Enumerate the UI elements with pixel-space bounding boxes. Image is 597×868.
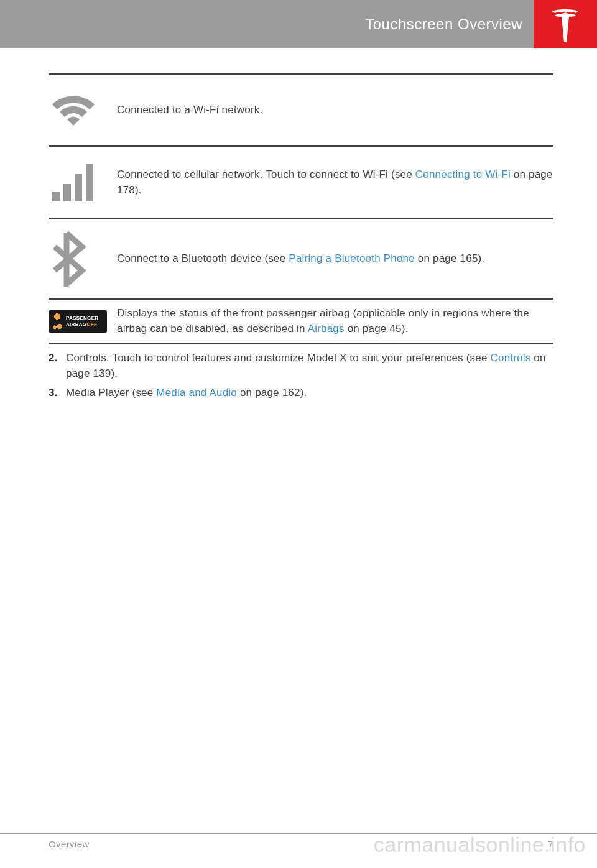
bluetooth-text-pre: Connect to a Bluetooth device (see [117, 252, 289, 264]
airbag-text-post: on page 45). [345, 323, 409, 335]
link-connecting-wifi[interactable]: Connecting to Wi-Fi [415, 169, 511, 180]
bluetooth-icon [49, 231, 117, 287]
row-wifi: Connected to a Wi-Fi network. [49, 73, 553, 145]
svg-rect-3 [86, 164, 93, 201]
page: Touchscreen Overview Connected to a Wi-F… [0, 0, 597, 868]
row-bluetooth: Connect to a Bluetooth device (see Pairi… [49, 218, 553, 298]
link-media-audio[interactable]: Media and Audio [156, 387, 237, 399]
link-pairing-bluetooth[interactable]: Pairing a Bluetooth Phone [289, 252, 415, 264]
tesla-logo [534, 0, 597, 48]
footer-section: Overview [49, 839, 90, 849]
airbag-badge-icon: PASSENGER AIRBAGOFF [49, 310, 117, 333]
header-bar: Touchscreen Overview [0, 0, 597, 48]
bluetooth-text: Connect to a Bluetooth device (see Pairi… [117, 251, 553, 267]
row-airbag: PASSENGER AIRBAGOFF Displays the status … [49, 298, 553, 344]
numbered-list: 2. Controls. Touch to control features a… [49, 351, 553, 400]
list-body-2: Controls. Touch to control features and … [66, 351, 553, 381]
cellular-text-pre: Connected to cellular network. Touch to … [117, 169, 415, 180]
wifi-text: Connected to a Wi-Fi network. [117, 103, 553, 118]
watermark: carmanualsonline.info [374, 833, 586, 857]
cellular-icon [49, 160, 117, 205]
link-airbags[interactable]: Airbags [308, 323, 345, 335]
list-body-3: Media Player (see Media and Audio on pag… [66, 386, 553, 401]
airbag-text: Displays the status of the front passeng… [117, 306, 553, 336]
airbag-badge-line1: PASSENGER [66, 315, 107, 321]
list-num-3: 3. [49, 386, 66, 401]
wifi-icon [49, 91, 117, 131]
airbag-badge-line2b: OFF [86, 321, 97, 327]
cellular-text: Connected to cellular network. Touch to … [117, 167, 553, 198]
tesla-logo-icon [548, 6, 582, 42]
content-area: Connected to a Wi-Fi network. Connected … [0, 48, 597, 400]
list-item: 2. Controls. Touch to control features a… [49, 351, 553, 381]
page-title: Touchscreen Overview [365, 16, 534, 33]
link-controls[interactable]: Controls [491, 352, 531, 364]
item3-post: on page 162). [237, 387, 307, 399]
svg-rect-2 [75, 174, 82, 201]
list-item: 3. Media Player (see Media and Audio on … [49, 386, 553, 401]
bluetooth-text-post: on page 165). [415, 252, 484, 264]
svg-rect-0 [52, 192, 60, 201]
item3-pre: Media Player (see [66, 387, 156, 399]
svg-rect-1 [63, 184, 71, 201]
item2-pre: Controls. Touch to control features and … [66, 352, 491, 364]
airbag-badge-line2a: AIRBAG [66, 321, 86, 327]
row-cellular: Connected to cellular network. Touch to … [49, 145, 553, 218]
list-num-2: 2. [49, 351, 66, 381]
